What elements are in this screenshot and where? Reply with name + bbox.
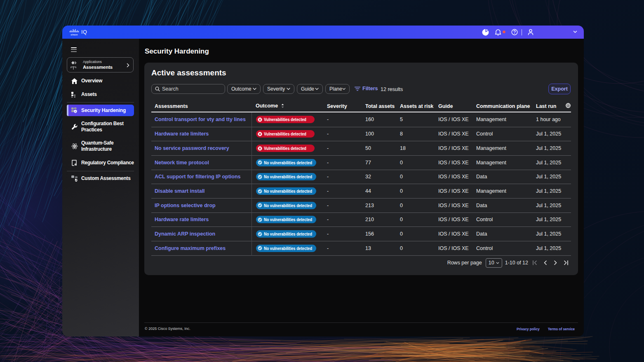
svg-text:cisco: cisco xyxy=(71,33,78,36)
